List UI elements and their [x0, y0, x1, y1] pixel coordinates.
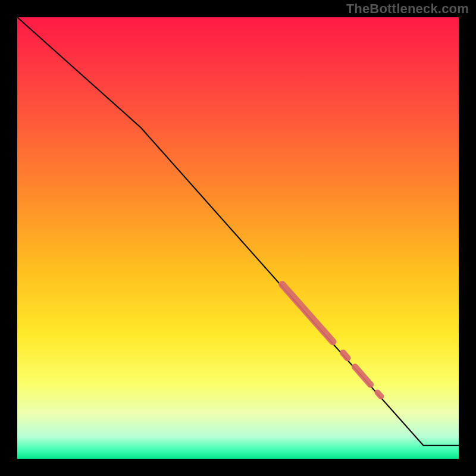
- watermark-text: TheBottleneck.com: [346, 1, 469, 17]
- svg-line-3: [343, 353, 347, 358]
- chart-svg: [17, 17, 459, 459]
- svg-rect-0: [17, 17, 459, 459]
- chart-stage: TheBottleneck.com: [0, 0, 476, 476]
- svg-line-5: [377, 393, 381, 397]
